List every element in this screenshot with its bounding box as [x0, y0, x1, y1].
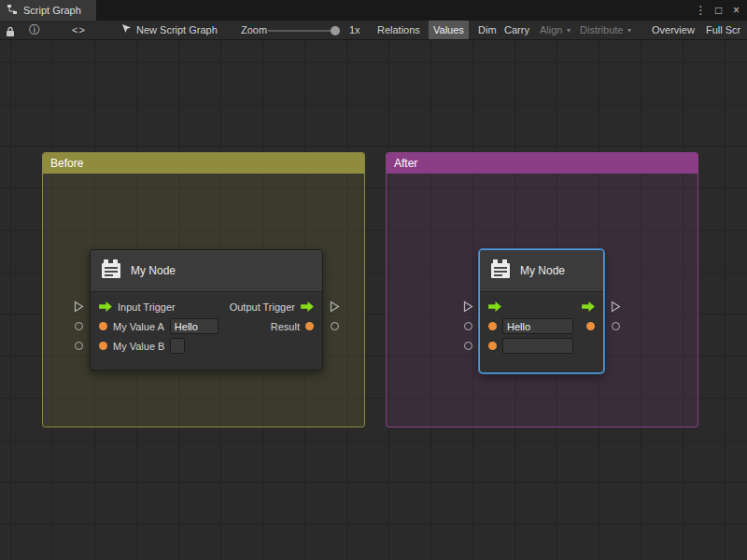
my-value-b-label: My Value B — [113, 341, 164, 352]
flow-output-port-icon[interactable] — [301, 301, 314, 312]
zoom-value: 1x — [349, 21, 360, 39]
distribute-dropdown[interactable]: Distribute▼ — [575, 21, 637, 39]
flow-input-port-icon[interactable] — [488, 301, 501, 312]
overview-button[interactable]: Overview — [647, 21, 699, 39]
my-value-a-input[interactable] — [170, 318, 218, 334]
window-menu-icon[interactable]: ⋮ — [693, 0, 709, 21]
node-title: My Node — [520, 264, 565, 277]
flow-input-port-icon[interactable] — [99, 301, 112, 312]
flow-output-port-icon[interactable] — [582, 301, 595, 312]
flow-input-outer-port-icon[interactable] — [74, 301, 84, 313]
script-graph-icon — [7, 4, 18, 17]
value-a-outer-port-icon[interactable] — [464, 322, 472, 330]
carry-button[interactable]: Carry — [500, 21, 534, 39]
port-row-value-a: My Value A Result — [91, 316, 322, 336]
result-outer-port-icon[interactable] — [612, 322, 620, 330]
distribute-label: Distribute — [580, 24, 623, 35]
value-a-outer-port-icon[interactable] — [75, 322, 83, 330]
script-node-icon — [100, 259, 122, 284]
input-trigger-label: Input Trigger — [118, 301, 176, 313]
my-value-a-label: My Value A — [113, 321, 164, 332]
node-after-wrapper: My Node — [479, 249, 604, 373]
node-header[interactable]: My Node — [480, 250, 603, 292]
graph-breadcrumb[interactable]: New Script Graph — [121, 21, 218, 39]
value-b-outer-port-icon[interactable] — [464, 342, 472, 350]
graph-pointer-icon — [121, 21, 132, 39]
node-before-wrapper: My Node Input Trigger Output Trigger — [90, 249, 323, 371]
fullscreen-button[interactable]: Full Scr — [701, 21, 745, 39]
values-button[interactable]: Values — [429, 21, 469, 39]
result-port-icon[interactable] — [586, 322, 595, 330]
my-value-a-input[interactable] — [502, 318, 573, 334]
port-row-triggers: Input Trigger Output Trigger — [91, 297, 322, 316]
maximize-icon[interactable]: □ — [711, 0, 726, 21]
my-value-b-input[interactable] — [502, 338, 573, 354]
node-header[interactable]: My Node — [91, 250, 322, 292]
align-dropdown[interactable]: Align▼ — [535, 21, 576, 39]
script-node-icon — [489, 259, 512, 284]
unity-script-graph-window: Script Graph ⋮ □ × ⓘ <> New Script Graph… — [0, 0, 747, 560]
port-row-value-b — [480, 336, 603, 356]
node-body — [480, 292, 603, 356]
graph-toolbar: ⓘ <> New Script Graph Zoom 1x Relations … — [0, 21, 747, 40]
tab-bar: Script Graph ⋮ □ × — [0, 0, 747, 21]
info-icon[interactable]: ⓘ — [29, 21, 40, 39]
flow-output-outer-port-icon[interactable] — [330, 301, 340, 313]
zoom-label: Zoom — [241, 21, 267, 39]
value-b-port-icon[interactable] — [99, 342, 107, 350]
output-trigger-label: Output Trigger — [230, 301, 295, 313]
result-port-icon[interactable] — [305, 322, 314, 330]
dim-button[interactable]: Dim — [473, 21, 501, 39]
flow-input-outer-port-icon[interactable] — [463, 301, 473, 313]
my-node-after-selected[interactable]: My Node — [479, 249, 604, 373]
my-node-before[interactable]: My Node Input Trigger Output Trigger — [90, 249, 323, 371]
align-label: Align — [540, 24, 562, 35]
window-controls: ⋮ □ × — [693, 0, 744, 21]
chevron-down-icon: ▼ — [626, 27, 632, 34]
chevron-down-icon: ▼ — [565, 27, 571, 34]
port-row-value-b: My Value B — [91, 336, 322, 356]
group-before-title[interactable]: Before — [43, 153, 364, 174]
tab-label: Script Graph — [23, 5, 81, 16]
close-icon[interactable]: × — [728, 0, 744, 21]
result-label: Result — [271, 321, 300, 332]
node-title: My Node — [131, 264, 176, 277]
flow-output-outer-port-icon[interactable] — [611, 301, 621, 313]
value-a-port-icon[interactable] — [488, 322, 497, 330]
code-icon[interactable]: <> — [72, 21, 86, 39]
zoom-slider-handle[interactable] — [331, 26, 340, 35]
value-b-outer-port-icon[interactable] — [75, 342, 83, 350]
port-row-triggers — [480, 297, 603, 316]
my-value-b-input[interactable] — [170, 338, 185, 354]
result-outer-port-icon[interactable] — [331, 322, 339, 330]
node-body: Input Trigger Output Trigger My Value A — [91, 292, 322, 356]
port-row-value-a — [480, 316, 603, 336]
relations-button[interactable]: Relations — [373, 21, 425, 39]
value-a-port-icon[interactable] — [99, 322, 107, 330]
graph-name: New Script Graph — [136, 21, 218, 39]
graph-canvas[interactable]: Before After My Node — [0, 40, 747, 560]
zoom-slider[interactable] — [268, 30, 337, 32]
value-b-port-icon[interactable] — [488, 342, 497, 350]
group-after-title[interactable]: After — [387, 153, 698, 174]
tab-script-graph[interactable]: Script Graph — [0, 0, 96, 21]
